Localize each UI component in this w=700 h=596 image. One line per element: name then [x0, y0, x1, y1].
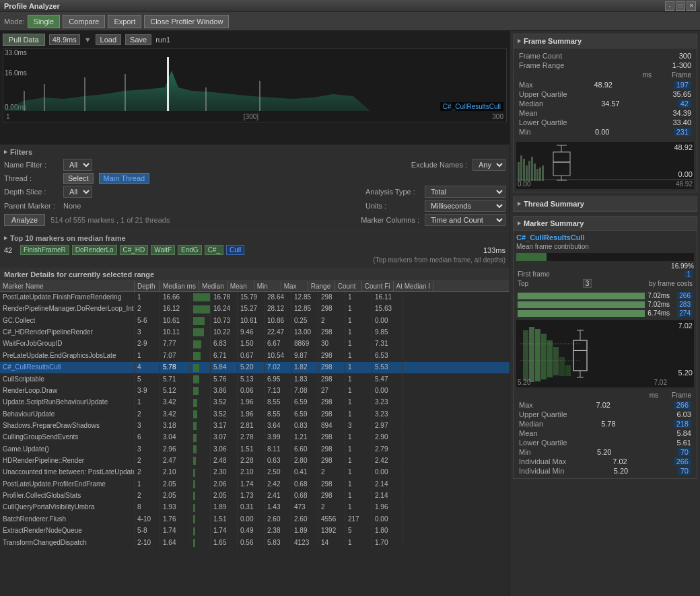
save-button[interactable]: Save	[125, 34, 151, 45]
table-row[interactable]: HDRenderPipeline::Render 2 2.47 2.48 2.2…	[0, 455, 510, 467]
depth-slice-select[interactable]: All	[63, 186, 92, 198]
ms-ind-max-frame: 266	[674, 457, 691, 465]
fs-median-row: Median 34.57 42	[516, 99, 694, 108]
td-mean: 5.76	[211, 374, 238, 385]
td-name: HDRenderPipeline::Render	[0, 455, 135, 466]
mode-single-button[interactable]: Single	[28, 15, 61, 28]
td-max: 7.02	[265, 362, 291, 373]
exclude-names-select[interactable]: Any	[473, 159, 505, 171]
table-row[interactable]: RenderPipelineManager.DoRenderLoop_Inter…	[0, 303, 510, 315]
td-at-median: 5.53	[372, 362, 403, 373]
table-row[interactable]: Profiler.CollectGlobalStats 2 2.05 2.05 …	[0, 490, 510, 502]
filters-triangle-icon	[4, 150, 7, 154]
col-header-count[interactable]: Count	[335, 281, 362, 291]
col-header-depth[interactable]: Depth	[135, 281, 160, 291]
td-mean: 2.30	[211, 467, 238, 478]
load-button[interactable]: Load	[96, 34, 121, 45]
td-depth: 1	[135, 397, 160, 408]
col-header-median-bar[interactable]: Median	[199, 281, 228, 291]
graph-container[interactable]: 33.0ms 16.0ms 0.00ms	[3, 48, 507, 122]
marker-columns-select[interactable]: Time and Count	[425, 214, 505, 226]
table-row[interactable]: TransformChangedDispatch 2-10 1.64 1.65 …	[0, 537, 510, 549]
table-row[interactable]: C#_CullResultsCull 4 5.78 5.84 5.20 7.02…	[0, 362, 510, 373]
td-name: Update.ScriptRunBehaviourUpdate	[0, 397, 135, 408]
td-max: 3.99	[265, 432, 291, 443]
td-name: PreLateUpdate.EndGraphicsJobsLate	[0, 350, 135, 361]
table-row[interactable]: WaitForJobGroupID 2-9 7.77 6.83 1.50 6.6…	[0, 338, 510, 350]
td-median-bar	[190, 350, 211, 361]
table-row[interactable]: GC.Collect 5-6 10.61 10.73 10.61 10.86 0…	[0, 315, 510, 327]
td-max: 7.13	[265, 385, 291, 396]
top-markers-total: 133ms	[483, 246, 505, 254]
minimize-button[interactable]: -	[665, 1, 674, 11]
col-header-min[interactable]: Min	[254, 281, 281, 291]
col-header-max[interactable]: Max	[281, 281, 308, 291]
fs-median-label: Median	[519, 100, 543, 108]
td-range: 1.21	[291, 432, 318, 443]
td-count: 2	[318, 502, 345, 513]
td-mean: 3.17	[211, 420, 238, 431]
close-profiler-button[interactable]: Close Profiler Window	[144, 15, 229, 28]
ms-ms-header: ms	[650, 392, 658, 399]
col-header-at-median[interactable]: At Median I	[394, 281, 434, 291]
marker-chip-4[interactable]: EndG	[178, 245, 202, 255]
table-row[interactable]: ExtractRenderNodeQueue 5-8 1.74 1.74 0.4…	[0, 525, 510, 537]
table-row[interactable]: Unaccounted time between: PostLateUpdate…	[0, 467, 510, 478]
td-median-bar	[190, 362, 211, 373]
fs-max-ms: 48.92	[594, 81, 612, 89]
svg-rect-2	[24, 91, 25, 111]
col-header-range[interactable]: Range	[308, 281, 335, 291]
td-at-median: 6.53	[372, 350, 403, 361]
td-median-ms: 2.10	[160, 467, 190, 478]
td-count-fi: 1	[345, 432, 372, 443]
marker-chip-2[interactable]: C#_HD	[120, 245, 149, 255]
table-row[interactable]: CullScriptable 5 5.71 5.76 5.13 6.95 1.8…	[0, 374, 510, 385]
close-button[interactable]: ✕	[687, 1, 696, 11]
table-row[interactable]: Shadows.PrepareDrawShadows 3 3.18 3.17 2…	[0, 420, 510, 432]
table-row[interactable]: PostLateUpdate.FinishFrameRendering 1 16…	[0, 292, 510, 303]
table-row[interactable]: Update.ScriptRunBehaviourUpdate 1 3.42 3…	[0, 397, 510, 408]
table-row[interactable]: BehaviourUpdate 2 3.42 3.52 1.96 8.55 6.…	[0, 409, 510, 420]
analysis-type-select[interactable]: Total	[425, 186, 505, 198]
marker-chip-6[interactable]: Cull	[226, 245, 244, 255]
analyze-button[interactable]: Analyze	[4, 214, 45, 226]
td-range: 6.59	[291, 397, 318, 408]
td-mean: 3.06	[211, 444, 238, 455]
td-max: 2.50	[265, 467, 291, 478]
units-select[interactable]: Milliseconds	[425, 200, 505, 212]
name-filter-select[interactable]: All	[63, 159, 92, 171]
marker-chip-5[interactable]: C#_	[205, 245, 223, 255]
table-row[interactable]: CullingGroupSendEvents 6 3.04 3.07 2.78 …	[0, 432, 510, 443]
td-range: 8869	[291, 338, 318, 349]
export-button[interactable]: Export	[108, 15, 141, 28]
table-row[interactable]: RenderLoop.Draw 3-9 5.12 3.86 0.06 7.13 …	[0, 385, 510, 397]
fc-frame-0: 266	[677, 292, 693, 299]
pull-data-button[interactable]: Pull Data	[3, 34, 45, 46]
col-header-median-ms[interactable]: Median ms	[160, 281, 199, 291]
marker-summary-title: Marker Summary	[524, 219, 584, 227]
td-median-ms: 3.42	[160, 409, 190, 420]
left-panel: Pull Data 48.9ms ▼ Load Save run1 33.0ms…	[0, 31, 510, 596]
td-median-ms: 1.93	[160, 502, 190, 513]
col-header-count-fi[interactable]: Count Fi	[362, 281, 394, 291]
td-count-fi: 1	[345, 327, 372, 338]
col-header-name[interactable]: Marker Name	[0, 281, 135, 291]
col-header-mean[interactable]: Mean	[228, 281, 254, 291]
marker-chip-3[interactable]: WaitF	[151, 245, 175, 255]
thread-select-button[interactable]: Select	[63, 173, 94, 184]
top-markers-title: Top 10 markers on median frame	[10, 234, 126, 242]
restore-button[interactable]: □	[676, 1, 685, 11]
td-median-ms: 2.47	[160, 455, 190, 466]
table-row[interactable]: PreLateUpdate.EndGraphicsJobsLate 1 7.07…	[0, 350, 510, 362]
table-row[interactable]: Game.Update() 3 2.96 3.06 1.51 8.11 6.60…	[0, 444, 510, 455]
td-at-median: 0.00	[372, 385, 403, 396]
top-markers-header: Top 10 markers on median frame	[4, 234, 505, 242]
table-row[interactable]: PostLateUpdate.ProfilerEndFrame 1 2.05 2…	[0, 479, 510, 490]
table-row[interactable]: BatchRenderer.Flush 4-10 1.76 1.51 0.00 …	[0, 514, 510, 525]
td-min: 5.20	[238, 362, 265, 373]
mode-compare-button[interactable]: Compare	[63, 15, 105, 28]
table-row[interactable]: CullQueryPortalVisibilityUmbra 8 1.93 1.…	[0, 502, 510, 513]
table-row[interactable]: C#_HDRenderPipelineRender 3 10.11 10.22 …	[0, 327, 510, 338]
marker-chip-1[interactable]: DoRenderLo	[72, 245, 117, 255]
marker-chip-0[interactable]: FinishFrameR	[20, 245, 69, 255]
